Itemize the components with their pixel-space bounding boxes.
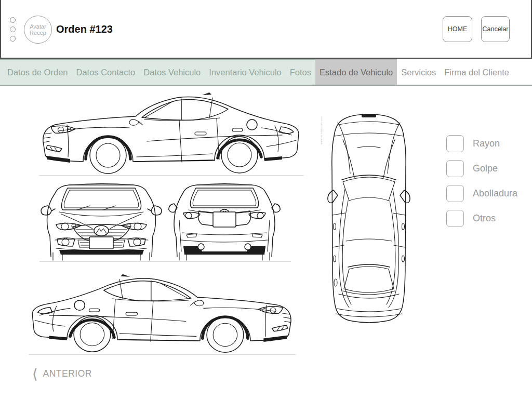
cancel-button[interactable]: Cancelar bbox=[481, 16, 510, 42]
vehicle-reception-app: Avatar Recep Orden #123 HOME Cancelar Da… bbox=[0, 0, 532, 399]
ground-line bbox=[39, 175, 304, 176]
car-diagram-front[interactable] bbox=[39, 179, 163, 261]
car-diagram-top[interactable] bbox=[326, 111, 411, 326]
rayon-label: Rayon bbox=[473, 138, 500, 149]
avatar-line1: Avatar bbox=[30, 23, 46, 30]
menu-dot bbox=[10, 26, 16, 32]
abolladura-label: Abolladura bbox=[473, 188, 517, 199]
otros-label: Otros bbox=[473, 213, 496, 224]
tab-inventario-vehiculo[interactable]: Inventario Vehiculo bbox=[205, 59, 285, 85]
menu-dots-icon[interactable] bbox=[10, 17, 16, 42]
damage-row-rayon: Rayon bbox=[446, 135, 517, 152]
tab-datos-contacto[interactable]: Datos Contacto bbox=[72, 59, 139, 85]
tab-datos-de-orden[interactable]: Datos de Orden bbox=[0, 59, 72, 85]
menu-dot bbox=[10, 17, 16, 23]
tab-firma-del-cliente[interactable]: Firma del Cliente bbox=[440, 59, 513, 85]
avatar-line2: Recep bbox=[30, 30, 46, 36]
damage-options-list: Rayon Golpe Abolladura Otros bbox=[446, 135, 517, 227]
tab-datos-vehiculo[interactable]: Datos Vehiculo bbox=[139, 59, 205, 85]
tab-fotos[interactable]: Fotos bbox=[286, 59, 315, 85]
home-button[interactable]: HOME bbox=[443, 16, 472, 42]
watermark-text: www.the-blueprints.com bbox=[320, 116, 324, 144]
anterior-back-link[interactable]: ⟨ ANTERIOR bbox=[32, 367, 92, 381]
page-title: Orden #123 bbox=[56, 23, 113, 35]
avatar[interactable]: Avatar Recep bbox=[24, 16, 52, 44]
tab-estado-de-vehiculo[interactable]: Estado de Vehiculo bbox=[315, 59, 397, 85]
golpe-label: Golpe bbox=[473, 163, 498, 174]
car-diagram-side-left[interactable] bbox=[38, 90, 304, 177]
app-header: Avatar Recep Orden #123 HOME Cancelar bbox=[0, 0, 532, 59]
chevron-left-icon: ⟨ bbox=[32, 367, 38, 381]
abolladura-checkbox[interactable] bbox=[446, 185, 464, 202]
golpe-checkbox[interactable] bbox=[446, 160, 464, 177]
damage-row-abolladura: Abolladura bbox=[446, 185, 517, 202]
damage-row-golpe: Golpe bbox=[446, 160, 517, 177]
back-link-label: ANTERIOR bbox=[43, 368, 92, 379]
tab-servicios[interactable]: Servicios bbox=[397, 59, 440, 85]
car-diagram-side-right[interactable] bbox=[27, 272, 296, 355]
otros-checkbox[interactable] bbox=[446, 210, 464, 227]
tab-bar-filler bbox=[513, 59, 532, 85]
vehicle-state-panel: www.the-blueprints.com bbox=[0, 86, 532, 399]
damage-row-otros: Otros bbox=[446, 210, 517, 227]
ground-line bbox=[39, 261, 291, 262]
wizard-tab-bar: Datos de Orden Datos Contacto Datos Vehi… bbox=[0, 59, 532, 86]
menu-dot bbox=[10, 36, 16, 42]
rayon-checkbox[interactable] bbox=[446, 135, 464, 152]
car-diagram-rear[interactable] bbox=[167, 179, 282, 261]
ground-line bbox=[29, 354, 296, 355]
